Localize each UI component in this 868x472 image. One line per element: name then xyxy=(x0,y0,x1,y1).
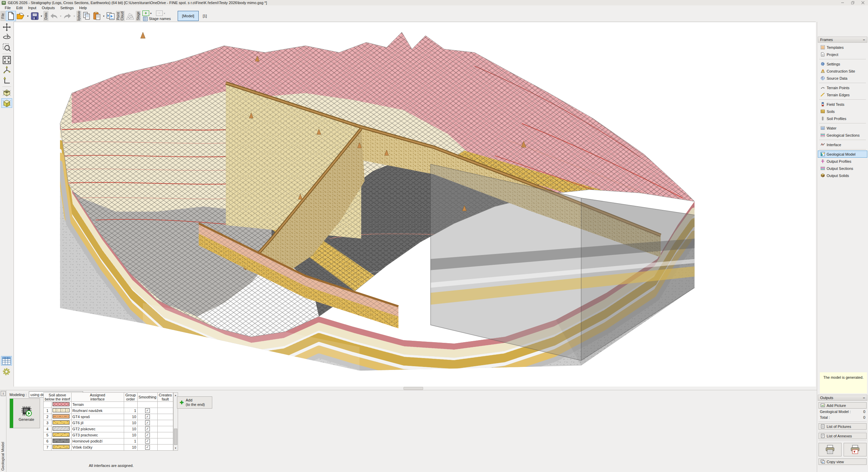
redo-button[interactable] xyxy=(62,11,73,21)
outputs-collapse-button[interactable]: – xyxy=(863,396,865,400)
smoothing-checkbox[interactable]: ✓ xyxy=(145,439,150,444)
axis-vertical-button[interactable] xyxy=(1,76,12,85)
table-row[interactable]: 2 GT4 spraš 10 ✓ xyxy=(44,414,173,420)
frame-side-tab[interactable]: I Geological Model xyxy=(0,390,6,472)
table-row[interactable]: 7 Vršek čočky 10 ✓ xyxy=(44,444,173,450)
minimize-button[interactable] xyxy=(837,0,848,5)
table-row[interactable]: 3 GT6 jíl 10 ✓ xyxy=(44,420,173,426)
print-document-button[interactable] xyxy=(818,443,842,456)
frame-item-templates[interactable]: Templates xyxy=(818,44,867,51)
smoothing-checkbox[interactable]: ✓ xyxy=(145,420,150,425)
copy-picture-button[interactable] xyxy=(105,11,116,21)
horizontal-splitter[interactable] xyxy=(14,387,816,390)
solid-view-button[interactable] xyxy=(1,98,12,108)
wireframe-view-button[interactable] xyxy=(1,88,12,98)
frame-item-soils[interactable]: Soils xyxy=(818,108,867,115)
add-picture-button[interactable]: Add Picture xyxy=(818,402,867,409)
creates-fault-cell[interactable] xyxy=(158,432,173,438)
point-cloud-button[interactable] xyxy=(125,11,135,21)
save-button[interactable] xyxy=(29,11,40,21)
scrollbar-thumb[interactable] xyxy=(174,429,177,445)
list-of-annexes-button[interactable]: List of Annexes xyxy=(818,433,867,439)
frame-item-output-sections[interactable]: Output Sections xyxy=(818,165,867,172)
rotate-view-button[interactable] xyxy=(1,33,12,42)
creates-fault-cell[interactable] xyxy=(158,408,173,414)
smoothing-checkbox[interactable]: ✓ xyxy=(145,414,150,419)
smoothing-checkbox[interactable]: ✓ xyxy=(145,427,150,431)
undo-dropdown[interactable]: ▾ xyxy=(59,11,62,21)
copy-view-button[interactable]: Copy view xyxy=(818,458,867,465)
stage-1-button[interactable]: [1] xyxy=(199,11,211,21)
zoom-icon xyxy=(3,43,11,52)
frame-item-construction-site[interactable]: Construction Site xyxy=(818,67,867,75)
stage-remove-button[interactable]: − xyxy=(156,11,163,16)
settings-gear-button[interactable] xyxy=(1,367,12,376)
menu-input[interactable]: Input xyxy=(25,5,39,10)
frame-item-geological-model[interactable]: Geological Model xyxy=(818,151,867,158)
side-tab-handle[interactable]: I xyxy=(1,391,6,396)
frame-item-output-solids[interactable]: Output Solids xyxy=(818,172,867,179)
table-view-button[interactable] xyxy=(1,356,12,366)
smoothing-checkbox[interactable]: ✓ xyxy=(145,433,150,437)
copy-button[interactable] xyxy=(82,11,92,21)
menu-file[interactable]: File xyxy=(2,5,14,10)
add-to-end-button[interactable]: ✚ Add (to the end) xyxy=(177,396,212,409)
creates-fault-cell[interactable] xyxy=(158,444,173,450)
axes-3d-button[interactable] xyxy=(1,65,12,75)
frame-item-interface[interactable]: Interface xyxy=(818,141,867,148)
table-row-terrain[interactable]: Terrain xyxy=(44,401,173,408)
field-tests-icon xyxy=(821,102,825,106)
frames-collapse-button[interactable]: – xyxy=(863,38,865,42)
frame-item-geological-sections[interactable]: Geological Sections xyxy=(818,132,867,139)
menu-edit[interactable]: Edit xyxy=(14,5,25,10)
creates-fault-cell[interactable] xyxy=(158,438,173,444)
save-dropdown[interactable]: ▾ xyxy=(40,11,43,21)
scroll-down-icon[interactable]: ▼ xyxy=(174,446,178,450)
generate-button[interactable]: Generate xyxy=(9,398,40,428)
undo-button[interactable] xyxy=(49,11,59,21)
zoom-button[interactable] xyxy=(1,43,12,52)
list-of-pictures-button[interactable]: List of Pictures xyxy=(818,423,867,430)
stage-model-button[interactable]: [Model] xyxy=(178,11,199,21)
redo-dropdown[interactable]: ▾ xyxy=(73,11,76,21)
table-row[interactable]: 5 GT3 prachovec 10 ✓ xyxy=(44,432,173,438)
frame-item-settings[interactable]: Settings xyxy=(818,60,867,67)
geological-sections-icon xyxy=(821,133,825,137)
paste-dropdown[interactable]: ▾ xyxy=(102,11,105,21)
splitter-grip[interactable] xyxy=(403,387,423,390)
creates-fault-cell[interactable] xyxy=(158,414,173,420)
open-dropdown[interactable]: ▾ xyxy=(26,11,29,21)
pan-view-button[interactable] xyxy=(1,22,12,32)
frame-item-source-data[interactable]: Source Data xyxy=(818,75,867,82)
stage-remove-dropdown[interactable]: ▾ xyxy=(163,11,166,16)
print-selection-button[interactable] xyxy=(844,443,867,456)
table-row[interactable]: 4 GT2 pískovec 10 ✓ xyxy=(44,426,173,432)
creates-fault-cell[interactable] xyxy=(158,420,173,426)
frame-item-project[interactable]: Project xyxy=(818,51,867,58)
paste-button[interactable] xyxy=(92,11,102,21)
open-file-button[interactable] xyxy=(16,11,26,21)
frame-item-field-tests[interactable]: Field Tests xyxy=(818,101,867,108)
menu-outputs[interactable]: Outputs xyxy=(39,5,58,10)
menu-settings[interactable]: Settings xyxy=(58,5,77,10)
interfaces-table[interactable]: Soil above below the interf Assigned int… xyxy=(43,392,173,451)
creates-fault-cell[interactable] xyxy=(158,426,173,432)
table-row[interactable]: 1 Rozhraní navážek 1 ✓ xyxy=(44,408,173,414)
fit-to-window-button[interactable] xyxy=(1,55,12,65)
restore-button[interactable] xyxy=(848,0,858,5)
frame-item-output-profiles[interactable]: Output Profiles xyxy=(818,158,867,165)
new-file-button[interactable] xyxy=(6,11,16,21)
model-viewport[interactable] xyxy=(14,22,816,387)
stage-add-dropdown[interactable]: ▾ xyxy=(149,11,153,16)
frame-item-soil-profiles[interactable]: Soil Profiles xyxy=(818,115,867,122)
frame-item-water[interactable]: Water xyxy=(818,124,867,132)
table-row[interactable]: 6 Horninové podloží 1 ✓ xyxy=(44,438,173,444)
frame-item-terrain-edges[interactable]: Terrain Edges xyxy=(818,91,867,98)
menu-help[interactable]: Help xyxy=(76,5,90,10)
smoothing-checkbox[interactable]: ✓ xyxy=(145,445,150,450)
stage-names-button[interactable]: Stage names xyxy=(142,16,172,21)
close-button[interactable] xyxy=(858,0,868,5)
smoothing-checkbox[interactable]: ✓ xyxy=(145,408,150,413)
frame-item-terrain-points[interactable]: Terrain Points xyxy=(818,84,867,91)
stage-add-button[interactable]: + xyxy=(142,11,149,16)
